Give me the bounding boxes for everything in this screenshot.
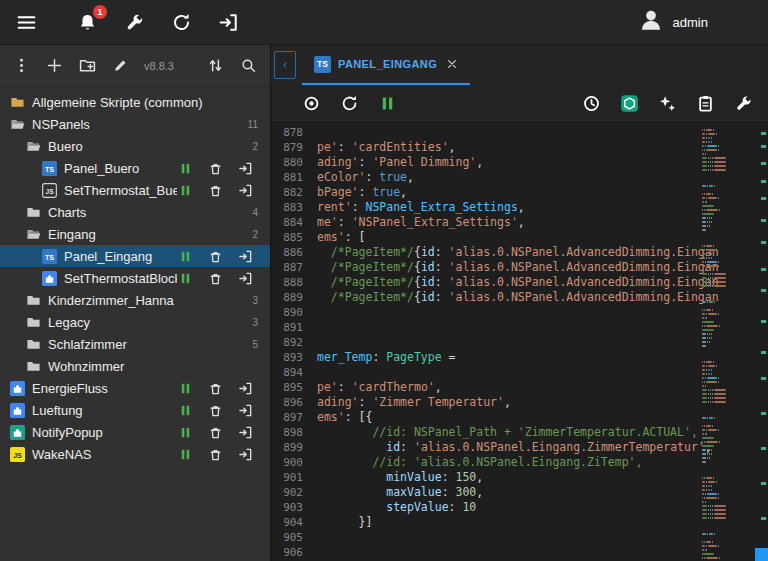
topbar: 1 admin: [0, 0, 768, 45]
kebab-menu-icon[interactable]: [12, 56, 31, 75]
open-script-icon[interactable]: [237, 160, 254, 177]
tabs-back-button[interactable]: [274, 51, 296, 79]
line-number: 905: [271, 530, 303, 545]
line-number: 894: [271, 365, 303, 380]
search-icon[interactable]: [239, 56, 258, 75]
folder-open-icon: [26, 227, 41, 242]
open-script-icon[interactable]: [237, 248, 254, 265]
wrench-icon[interactable]: [122, 10, 147, 35]
tree-script-setthermostatblockl[interactable]: SetThermostatBlockl: [0, 267, 270, 289]
tree-script-panel-buero[interactable]: TSPanel_Buero: [0, 157, 270, 179]
open-script-icon[interactable]: [237, 380, 254, 397]
delete-script-icon[interactable]: [207, 402, 224, 419]
minimap[interactable]: [700, 123, 730, 561]
open-script-icon[interactable]: [237, 270, 254, 287]
history-clock-icon[interactable]: [581, 93, 602, 114]
line-number: 904: [271, 515, 303, 530]
version-label: v8.8.3: [144, 60, 174, 72]
tree-folder-wohnzimmer[interactable]: Wohnzimmer: [0, 355, 270, 377]
svg-text:JS: JS: [13, 451, 22, 458]
tree-folder-buero[interactable]: Buero2: [0, 135, 270, 157]
delete-script-icon[interactable]: [207, 424, 224, 441]
pause-script-icon[interactable]: [177, 424, 194, 441]
svg-text:JS: JS: [45, 187, 54, 194]
ts-script-icon: TS: [42, 161, 57, 176]
code-line: 899 id: 'alias.0.NSPanel.Eingang.ZimmerT…: [271, 440, 728, 455]
tree-folder-nspanels[interactable]: NSPanels11: [0, 113, 270, 135]
sidebar-toolbar-left: [12, 56, 130, 75]
tree-item-label: Legacy: [48, 315, 246, 330]
tree-folder-charts[interactable]: Charts4: [0, 201, 270, 223]
code-line: 904 }]: [271, 515, 728, 530]
tree-folder-eingang[interactable]: Eingang2: [0, 223, 270, 245]
open-script-icon[interactable]: [237, 424, 254, 441]
tab-panel-eingang[interactable]: TS PANEL_EINGANG: [302, 45, 470, 85]
pause-script-icon[interactable]: [377, 93, 398, 114]
script-actions: [177, 270, 254, 287]
editor-toolbar: [271, 85, 768, 123]
ai-sparkles-icon[interactable]: [657, 93, 678, 114]
tree-script-energiefluss[interactable]: EnergieFluss: [0, 377, 270, 399]
code-line: 888 /*PageItem*/{id: 'alias.0.NSPanel.Ad…: [271, 275, 728, 290]
pause-script-icon[interactable]: [177, 160, 194, 177]
user-menu[interactable]: admin: [638, 7, 708, 37]
line-number: 903: [271, 500, 303, 515]
pause-script-icon[interactable]: [177, 446, 194, 463]
clipboard-icon[interactable]: [695, 93, 716, 114]
delete-script-icon[interactable]: [207, 182, 224, 199]
code-line: 900 //id: 'alias.0.NSPanel.Eingang.ZiTem…: [271, 455, 728, 470]
tree-script-setthermostat-buero[interactable]: JSSetThermostat_Buero: [0, 179, 270, 201]
script-settings-icon[interactable]: [733, 93, 754, 114]
line-number: 889: [271, 290, 303, 305]
delete-script-icon[interactable]: [207, 270, 224, 287]
tree-script-lueftung[interactable]: Lueftung: [0, 399, 270, 421]
add-folder-icon[interactable]: [78, 56, 97, 75]
pause-script-icon[interactable]: [177, 182, 194, 199]
open-script-icon[interactable]: [237, 446, 254, 463]
code-editor[interactable]: 878879pe': 'cardEntities',880ading': 'Pa…: [271, 123, 768, 561]
line-number: 899: [271, 440, 303, 455]
code-line: 881eColor': true,: [271, 170, 728, 185]
notifications-bell-icon[interactable]: 1: [75, 10, 100, 35]
editor-toolbar-left: [301, 93, 398, 114]
code-lines[interactable]: 878879pe': 'cardEntities',880ading': 'Pa…: [271, 123, 728, 561]
gpt-icon[interactable]: [619, 93, 640, 114]
tree-script-panel-eingang[interactable]: TSPanel_Eingang: [0, 245, 270, 267]
open-script-icon[interactable]: [237, 182, 254, 199]
delete-script-icon[interactable]: [207, 248, 224, 265]
logout-icon[interactable]: [216, 10, 241, 35]
locate-icon[interactable]: [301, 93, 322, 114]
restart-script-icon[interactable]: [339, 93, 360, 114]
tree-folder-legacy[interactable]: Legacy3: [0, 311, 270, 333]
line-number: 896: [271, 395, 303, 410]
line-number: 883: [271, 200, 303, 215]
line-number: 900: [271, 455, 303, 470]
tab-close-icon[interactable]: [446, 58, 458, 70]
tree-script-notifypopup[interactable]: NotifyPopup: [0, 421, 270, 443]
folder-count: 3: [252, 295, 260, 306]
delete-script-icon[interactable]: [207, 446, 224, 463]
tree-folder-kinderzimmer-hanna[interactable]: Kinderzimmer_Hanna3: [0, 289, 270, 311]
tree-item-label: EnergieFluss: [32, 381, 177, 396]
sort-icon[interactable]: [206, 56, 225, 75]
pause-script-icon[interactable]: [177, 380, 194, 397]
delete-script-icon[interactable]: [207, 380, 224, 397]
pause-script-icon[interactable]: [177, 248, 194, 265]
notification-badge: 1: [93, 5, 107, 19]
edit-pencil-icon[interactable]: [111, 56, 130, 75]
script-actions: [177, 446, 254, 463]
tree-folder-allgemeine-skripte-common-[interactable]: Allgemeine Skripte (common): [0, 91, 270, 113]
line-number: 884: [271, 215, 303, 230]
pause-script-icon[interactable]: [177, 402, 194, 419]
tree-script-wakenas[interactable]: JSWakeNAS: [0, 443, 270, 465]
menu-icon[interactable]: [14, 10, 39, 35]
blockly-green-script-icon: [10, 425, 25, 440]
tree-folder-schlafzimmer[interactable]: Schlafzimmer5: [0, 333, 270, 355]
code-line: 891: [271, 320, 728, 335]
add-script-icon[interactable]: [45, 56, 64, 75]
reload-icon[interactable]: [169, 10, 194, 35]
pause-script-icon[interactable]: [177, 270, 194, 287]
line-number: 891: [271, 320, 303, 335]
open-script-icon[interactable]: [237, 402, 254, 419]
delete-script-icon[interactable]: [207, 160, 224, 177]
